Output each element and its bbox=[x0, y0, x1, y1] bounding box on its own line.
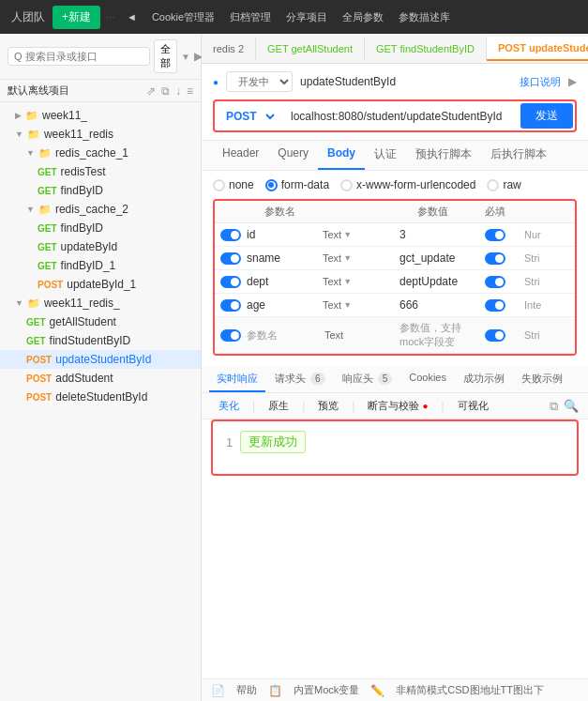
expand-arrow-icon[interactable]: ▶ bbox=[568, 75, 577, 88]
tab-redis2[interactable]: redis 2 bbox=[202, 38, 256, 60]
url-input[interactable] bbox=[285, 106, 513, 127]
env-select[interactable]: 开发中 bbox=[226, 71, 293, 92]
share-project[interactable]: 分享项目 bbox=[280, 8, 333, 27]
required-toggle-sname[interactable] bbox=[485, 252, 505, 265]
search-response-icon[interactable]: 🔍 bbox=[564, 399, 579, 413]
sidebar-item-update-by-id[interactable]: GET updateById bbox=[0, 237, 201, 256]
sidebar-item-week11[interactable]: ▶ 📁 week11_ bbox=[0, 106, 201, 125]
send-button[interactable]: 发送 bbox=[520, 103, 573, 129]
more-type[interactable]: Text bbox=[319, 326, 394, 344]
resp-tab-success[interactable]: 成功示例 bbox=[456, 367, 512, 392]
subtab-post-script[interactable]: 后执行脚本 bbox=[481, 141, 556, 170]
resp-tab-cookies[interactable]: Cookies bbox=[401, 367, 454, 392]
subtab-query[interactable]: Query bbox=[268, 141, 318, 170]
more-required-toggle[interactable] bbox=[485, 329, 505, 342]
archive-manager[interactable]: 归档管理 bbox=[224, 8, 277, 27]
subtab-auth[interactable]: 认证 bbox=[365, 141, 406, 170]
tab-update-student[interactable]: POST updateStuder bbox=[487, 37, 588, 61]
radio-label-raw: raw bbox=[503, 178, 520, 191]
param-value-age[interactable]: 666 bbox=[394, 294, 472, 316]
resp-tool-assert[interactable]: 断言与校验 ● bbox=[360, 397, 435, 415]
resp-tab-request-headers[interactable]: 请求头 6 bbox=[267, 367, 333, 392]
filter-arrow-icon[interactable]: ▼ bbox=[181, 52, 190, 62]
subtab-pre-script[interactable]: 预执行脚本 bbox=[406, 141, 481, 170]
sidebar-item-find-student-by-id[interactable]: GET findStudentByID bbox=[0, 331, 201, 350]
resp-tab-response-headers[interactable]: 响应头 5 bbox=[335, 367, 400, 392]
param-toggle-dept[interactable] bbox=[215, 272, 241, 292]
cookie-manager[interactable]: Cookie管理器 bbox=[146, 8, 220, 27]
copy-icon[interactable]: ⧉ bbox=[161, 84, 170, 98]
sidebar-item-find-by-id-1b[interactable]: GET findByID_1 bbox=[0, 256, 201, 275]
api-name-input[interactable] bbox=[300, 75, 512, 88]
resp-tool-raw[interactable]: 原生 bbox=[261, 397, 296, 415]
subtab-header[interactable]: Header bbox=[213, 141, 268, 170]
editor-btn[interactable]: 非精简模式CSD图地址TT图出下 bbox=[396, 683, 544, 697]
toggle-icon-id[interactable] bbox=[220, 229, 241, 241]
resp-tool-preview[interactable]: 预览 bbox=[310, 397, 346, 415]
radio-urlencoded[interactable]: x-www-form-urlencoded bbox=[340, 178, 475, 191]
expand-icon[interactable]: ≡ bbox=[187, 84, 193, 98]
sidebar-item-update-by-id-1[interactable]: POST updateById_1 bbox=[0, 275, 201, 294]
copy-response-icon[interactable]: ⧉ bbox=[550, 399, 558, 414]
mock-btn[interactable]: 内置Mock变量 bbox=[294, 683, 359, 697]
new-button[interactable]: +新建 bbox=[53, 6, 100, 29]
type-label-sname: Text bbox=[323, 252, 341, 264]
param-name-id[interactable]: id bbox=[241, 223, 319, 246]
param-type-dept[interactable]: Text ▼ bbox=[319, 273, 394, 290]
required-toggle-id[interactable] bbox=[485, 229, 505, 241]
interface-btn[interactable]: 接口说明 bbox=[520, 75, 561, 89]
nav-back[interactable]: ◄ bbox=[121, 8, 143, 25]
subtab-body[interactable]: Body bbox=[318, 141, 365, 170]
sidebar-item-redis-cache-1[interactable]: ▼ 📁 redis_cache_1 bbox=[0, 144, 201, 162]
sidebar-item-update-student-by-id[interactable]: POST updateStudentById bbox=[0, 350, 201, 369]
filter-tag[interactable]: 全部 bbox=[154, 39, 177, 73]
sidebar-item-week11-redis2[interactable]: ▼ 📁 week11_redis_ bbox=[0, 294, 201, 312]
param-value-id[interactable]: 3 bbox=[394, 223, 472, 246]
share-icon[interactable]: ⇗ bbox=[146, 84, 156, 98]
more-value[interactable]: 参数值，支持mock字段变 bbox=[394, 317, 472, 353]
sidebar-item-add-student[interactable]: POST addStudent bbox=[0, 369, 201, 388]
tab-get-all-student[interactable]: GET getAllStudent bbox=[256, 38, 365, 60]
toggle-icon-sname[interactable] bbox=[220, 252, 241, 265]
more-toggle-icon[interactable] bbox=[220, 329, 241, 342]
resp-tab-fail[interactable]: 失败示例 bbox=[514, 367, 570, 392]
toggle-icon-age[interactable] bbox=[220, 299, 241, 312]
more-name[interactable]: 参数名 bbox=[241, 325, 319, 346]
param-type-id[interactable]: Text ▼ bbox=[319, 226, 394, 243]
sidebar-item-week11-redis[interactable]: ▼ 📁 week11_redis bbox=[0, 125, 201, 144]
sidebar-item-find-by-id-1[interactable]: GET findByID bbox=[0, 181, 201, 200]
radio-none[interactable]: none bbox=[213, 178, 254, 191]
toggle-icon-dept[interactable] bbox=[220, 276, 241, 288]
env-dot: ● bbox=[213, 77, 219, 87]
required-toggle-age[interactable] bbox=[485, 299, 505, 312]
sidebar-item-delete-student-by-id[interactable]: POST deleteStudentById bbox=[0, 388, 201, 406]
more-toggle[interactable] bbox=[215, 326, 241, 345]
param-name-age[interactable]: age bbox=[241, 294, 319, 316]
help-btn[interactable]: 帮助 bbox=[236, 683, 257, 697]
param-type-sname[interactable]: Text ▼ bbox=[319, 250, 394, 267]
resp-tool-beautify[interactable]: 美化 bbox=[211, 397, 247, 415]
radio-form-data[interactable]: form-data bbox=[265, 178, 329, 191]
sidebar-item-find-by-id-2[interactable]: GET findByID bbox=[0, 219, 201, 237]
sidebar-item-get-all-student[interactable]: GET getAllStudent bbox=[0, 312, 201, 331]
param-name-dept[interactable]: dept bbox=[241, 270, 319, 293]
search-input[interactable] bbox=[8, 47, 150, 66]
param-toggle-id[interactable] bbox=[215, 225, 241, 245]
radio-raw[interactable]: raw bbox=[487, 178, 520, 191]
resp-tool-visual[interactable]: 可视化 bbox=[450, 397, 496, 415]
required-toggle-dept[interactable] bbox=[485, 276, 505, 288]
resp-tab-realtime[interactable]: 实时响应 bbox=[209, 367, 265, 392]
param-value-dept[interactable]: deptUpdate bbox=[394, 270, 472, 293]
param-type-age[interactable]: Text ▼ bbox=[319, 297, 394, 313]
download-icon[interactable]: ↓ bbox=[175, 84, 181, 98]
param-name-sname[interactable]: sname bbox=[241, 247, 319, 269]
param-value-sname[interactable]: gct_update bbox=[394, 247, 472, 269]
sidebar-item-redis-cache-2[interactable]: ▼ 📁 redis_cache_2 bbox=[0, 200, 201, 219]
param-toggle-sname[interactable] bbox=[215, 249, 241, 268]
method-select[interactable]: POST bbox=[217, 105, 278, 128]
sidebar-item-redis-test[interactable]: GET redisTest bbox=[0, 162, 201, 181]
global-params[interactable]: 全局参数 bbox=[337, 8, 389, 27]
tab-find-student[interactable]: GET findStudentByID bbox=[365, 38, 487, 60]
param-toggle-age[interactable] bbox=[215, 296, 241, 315]
param-desc[interactable]: 参数描述库 bbox=[393, 8, 456, 27]
